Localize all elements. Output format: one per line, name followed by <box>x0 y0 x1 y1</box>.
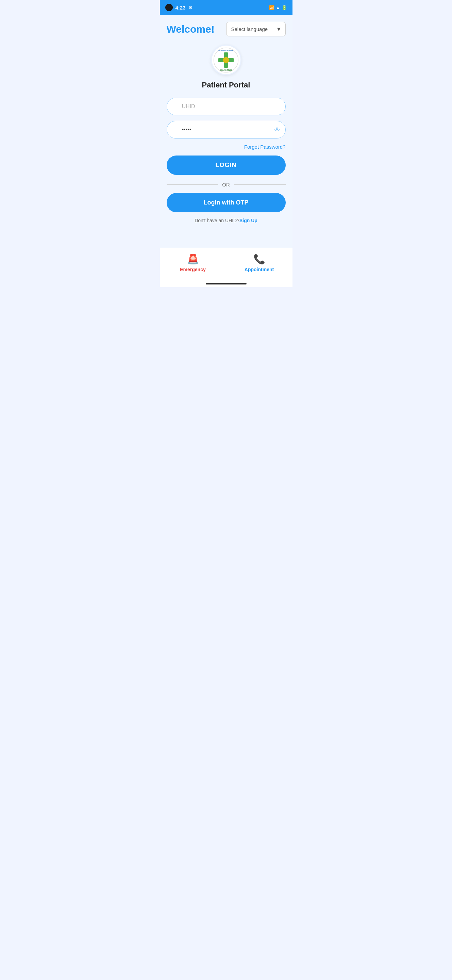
emergency-nav-item[interactable]: 🚨 Emergency <box>160 253 226 272</box>
main-content: Welcome! Select language English Hindi T… <box>160 15 292 248</box>
password-input-wrapper: 🔒 👁 <box>167 121 286 138</box>
forgot-password-link[interactable]: Forgot Password? <box>244 144 286 150</box>
divider-line-left <box>167 185 218 185</box>
forgot-password-section: Forgot Password? <box>167 144 286 150</box>
top-row: Welcome! Select language English Hindi T… <box>167 22 286 37</box>
svg-text:HEALING TOUCH: HEALING TOUCH <box>220 69 232 71</box>
svg-point-3 <box>223 57 229 63</box>
emergency-nav-label: Emergency <box>180 267 205 272</box>
status-bar-left: 4:23 ⚙ <box>165 4 193 11</box>
eye-icon[interactable]: 👁 <box>274 126 280 134</box>
signup-prompt: Don't have an UHID? <box>195 218 239 223</box>
home-bar <box>206 283 247 285</box>
svg-text:AYUSHMAN HOSPITAL: AYUSHMAN HOSPITAL <box>218 49 234 51</box>
divider-line-right <box>234 185 286 185</box>
phone-plus-icon: 📞 <box>254 253 265 265</box>
hospital-logo: HEALING TOUCH AYUSHMAN HOSPITAL <box>211 45 241 75</box>
status-bar-right: 📶 ▲ 🔋 <box>269 5 287 10</box>
password-input-group: 🔒 👁 <box>167 121 286 138</box>
login-button[interactable]: LOGIN <box>167 156 286 175</box>
language-select[interactable]: Select language English Hindi Tamil Telu… <box>226 22 286 37</box>
alarm-icon: 🚨 <box>187 253 199 265</box>
portal-title: Patient Portal <box>167 81 286 89</box>
status-circle <box>165 4 173 11</box>
signup-link[interactable]: Sign Up <box>239 218 257 223</box>
or-text: OR <box>222 182 230 188</box>
appointment-nav-item[interactable]: 📞 Appointment <box>226 253 292 272</box>
status-bar: 4:23 ⚙ 📶 ▲ 🔋 <box>160 0 292 15</box>
signal-icon: ▲ <box>276 5 280 10</box>
wifi-icon: 📶 <box>269 5 274 10</box>
welcome-heading: Welcome! <box>167 24 215 35</box>
signup-section: Don't have an UHID?Sign Up <box>167 218 286 223</box>
otp-login-button[interactable]: Login with OTP <box>167 193 286 212</box>
password-input[interactable] <box>167 121 286 138</box>
battery-icon: 🔋 <box>282 5 287 10</box>
home-indicator <box>160 280 292 287</box>
or-divider: OR <box>167 182 286 188</box>
language-select-wrapper: Select language English Hindi Tamil Telu… <box>226 22 286 37</box>
uhid-input-wrapper: 👤 <box>167 98 286 115</box>
settings-icon: ⚙ <box>189 5 193 10</box>
uhid-input[interactable] <box>167 98 286 115</box>
phone-frame: 4:23 ⚙ 📶 ▲ 🔋 Welcome! Select language En… <box>160 0 292 287</box>
status-time: 4:23 <box>176 5 186 11</box>
appointment-nav-label: Appointment <box>244 267 274 272</box>
bottom-nav: 🚨 Emergency 📞 Appointment <box>160 248 292 280</box>
logo-container: HEALING TOUCH AYUSHMAN HOSPITAL <box>167 45 286 75</box>
uhid-input-group: 👤 <box>167 98 286 115</box>
